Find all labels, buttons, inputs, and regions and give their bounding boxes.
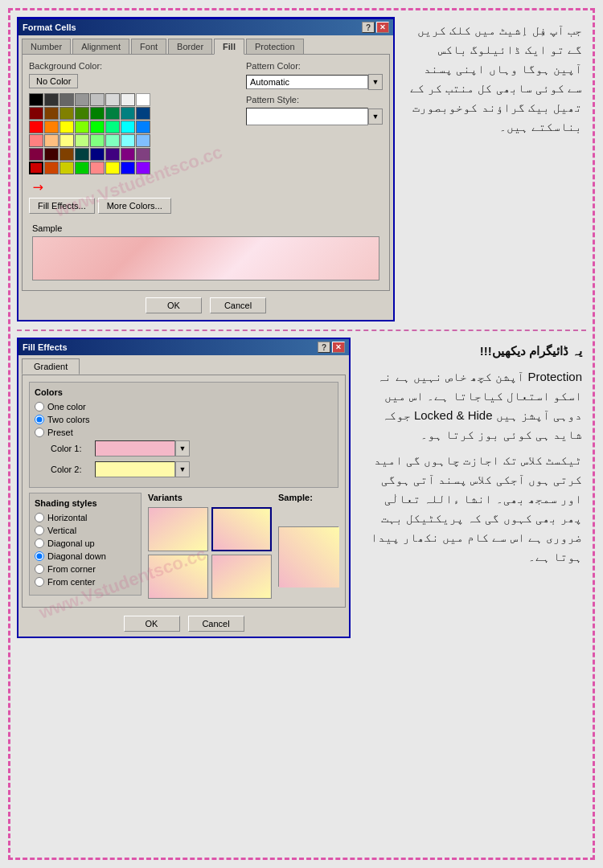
titlebar-buttons: ? ✕ (362, 22, 389, 33)
color-cell-q2[interactable] (44, 148, 59, 161)
no-color-button[interactable]: No Color (29, 74, 78, 88)
fe-close-button[interactable]: ✕ (332, 342, 345, 353)
color-cell-p6[interactable] (105, 134, 120, 147)
color-cell-r3[interactable] (59, 107, 74, 120)
tab-border[interactable]: Border (168, 39, 212, 54)
pattern-style-arrow[interactable]: ▼ (368, 108, 383, 125)
help-button[interactable]: ? (362, 22, 375, 33)
color1-field[interactable] (95, 440, 175, 457)
variant-4[interactable] (211, 555, 272, 599)
horizontal-radio[interactable] (35, 513, 44, 522)
color-cell-p8[interactable] (136, 134, 150, 147)
color-cell-p4[interactable] (75, 134, 89, 147)
one-color-radio[interactable] (35, 402, 44, 411)
color-cell-mid[interactable] (59, 93, 74, 106)
color-cell-dark[interactable] (44, 93, 59, 106)
color-cell-s2[interactable] (44, 162, 59, 174)
color-cell-q6[interactable] (105, 148, 120, 161)
color-cell-q3[interactable] (59, 148, 74, 161)
color-cell-s6[interactable] (105, 162, 120, 174)
color-cell-r8[interactable] (136, 107, 150, 120)
variant-1[interactable] (148, 507, 208, 551)
color-cell-r1[interactable] (29, 107, 43, 120)
color1-row: Color 1: ▼ (51, 440, 333, 457)
tab-fill[interactable]: Fill (214, 39, 244, 55)
color-cell-p2[interactable] (44, 134, 59, 147)
ok-button[interactable]: OK (146, 297, 202, 313)
variant-2[interactable] (211, 507, 272, 551)
color2-arrow[interactable]: ▼ (175, 461, 190, 477)
color-cell-cyan[interactable] (121, 121, 135, 133)
preset-row: Preset (35, 428, 333, 437)
color-cell-r7[interactable] (121, 107, 135, 120)
color-cell-q5[interactable] (90, 148, 105, 161)
color-cell-sel-red[interactable] (29, 162, 43, 174)
fe-help-button[interactable]: ? (318, 342, 330, 353)
pattern-color-field[interactable]: Automatic (246, 75, 368, 89)
color2-field[interactable] (95, 461, 175, 477)
color-cell-white[interactable] (136, 93, 150, 106)
color-cell-s8[interactable] (136, 162, 150, 174)
fill-effects-button[interactable]: Fill Effects... (29, 198, 95, 214)
pattern-style-field[interactable] (246, 108, 368, 125)
color-cell-blue[interactable] (136, 121, 150, 133)
color-cell-silver[interactable] (90, 93, 105, 106)
color1-label: Color 1: (51, 444, 95, 453)
cancel-button[interactable]: Cancel (210, 297, 266, 313)
color-cell-r5[interactable] (90, 107, 105, 120)
color-cell-grey[interactable] (75, 93, 89, 106)
format-cells-title: Format Cells (23, 23, 76, 32)
variants-label: Variants (148, 493, 272, 502)
color-cell-q7[interactable] (121, 148, 135, 161)
from-corner-radio[interactable] (35, 564, 44, 574)
color-cell-s5[interactable] (90, 162, 105, 174)
color-cell-p1[interactable] (29, 134, 43, 147)
variant-1-svg (149, 508, 207, 551)
color-cell-mint[interactable] (105, 121, 120, 133)
tab-font[interactable]: Font (131, 39, 166, 54)
two-colors-radio[interactable] (35, 415, 44, 424)
variant-3[interactable] (148, 555, 208, 599)
color-cell-black[interactable] (29, 93, 43, 106)
color-cell-green[interactable] (90, 121, 105, 133)
color-cell-orange[interactable] (44, 121, 59, 133)
gradient-tab[interactable]: Gradient (22, 358, 80, 375)
color1-arrow[interactable]: ▼ (175, 440, 190, 457)
color-cell-red[interactable] (29, 121, 43, 133)
from-corner-row: From corner (35, 564, 136, 574)
from-center-radio[interactable] (35, 577, 44, 587)
bg-color-label: Background Color: (29, 61, 234, 71)
fe-cancel-button[interactable]: Cancel (188, 616, 244, 632)
diagonal-up-radio[interactable] (35, 538, 44, 548)
close-button[interactable]: ✕ (376, 22, 389, 33)
pattern-color-arrow[interactable]: ▼ (368, 74, 383, 90)
preset-radio[interactable] (35, 428, 44, 437)
horizontal-label: Horizontal (47, 513, 88, 522)
fe-ok-button[interactable]: OK (124, 616, 180, 632)
tab-protection[interactable]: Protection (246, 39, 304, 54)
color-cell-s4[interactable] (75, 162, 89, 174)
color-cell-q4[interactable] (75, 148, 89, 161)
color-cell-lighter[interactable] (121, 93, 135, 106)
pattern-color-dropdown: Automatic ▼ (246, 74, 383, 90)
color-cell-s7[interactable] (121, 162, 135, 174)
color-cell-p7[interactable] (121, 134, 135, 147)
color-cell-light[interactable] (105, 93, 120, 106)
color-cell-r4[interactable] (75, 107, 89, 120)
color-cell-p5[interactable] (90, 134, 105, 147)
tab-alignment[interactable]: Alignment (72, 39, 129, 54)
variants-section: Variants (148, 493, 272, 600)
vertical-radio[interactable] (35, 526, 44, 535)
color-cell-q1[interactable] (29, 148, 43, 161)
color-cell-q8[interactable] (136, 148, 150, 161)
tab-number[interactable]: Number (22, 39, 71, 54)
color-cell-yellow[interactable] (59, 121, 74, 133)
color-cell-lime[interactable] (75, 121, 89, 133)
color-cell-s3[interactable] (59, 162, 74, 174)
color-cell-r6[interactable] (105, 107, 120, 120)
more-colors-button[interactable]: More Colors... (98, 198, 171, 214)
bg-color-section: Background Color: No Color (29, 61, 234, 214)
color-cell-p3[interactable] (59, 134, 74, 147)
diagonal-down-radio[interactable] (35, 551, 44, 561)
color-cell-r2[interactable] (44, 107, 59, 120)
